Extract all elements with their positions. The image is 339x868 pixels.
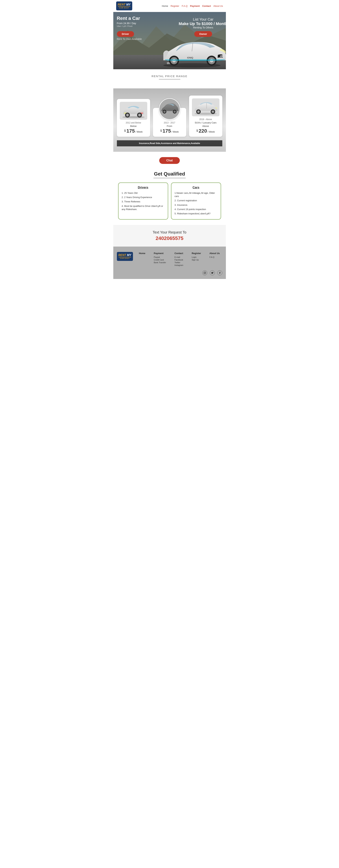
- car-item-3: 3. Insurance.: [175, 204, 217, 207]
- footer-col-register: Register Login Sign Up: [192, 252, 201, 267]
- svg-point-25: [138, 114, 140, 116]
- hero-car-image: H IONIQ: [155, 30, 226, 69]
- driver-item-4: 4. Must be qualified to Drive Uber/Lyft …: [122, 205, 165, 211]
- navbar: RENT MY CAR EASY Home Register F.A.Q Pay…: [113, 0, 226, 12]
- driver-item-1: 1. 25 Years Old: [122, 191, 165, 195]
- logo-box: RENT MY CAR EASY: [116, 1, 132, 10]
- footer-logo: RENT MY CAR EASY: [117, 252, 133, 267]
- footer-login[interactable]: Login: [192, 256, 201, 258]
- nav-contact[interactable]: Contact: [202, 5, 211, 7]
- price-card-3: 2018 - Above SUVs / Luxuary Cars Above $…: [189, 96, 222, 137]
- footer-facebook[interactable]: Facebook: [174, 259, 183, 261]
- footer-col-contact: Contact E-mail Facebook Twitter Instagra…: [174, 252, 183, 267]
- hero-section: Rent a Car From 24.99 / Day Uber / Lyft …: [113, 12, 226, 69]
- footer-credit[interactable]: Credit Card: [154, 259, 166, 261]
- price-amount-3: 220: [199, 128, 207, 134]
- logo: RENT MY CAR EASY: [116, 1, 132, 10]
- qualified-section: Get Qualified Drivers 1. 25 Years Old 2.…: [113, 169, 226, 225]
- driver-item-2: 2. 2 Years Driving Experience: [122, 196, 165, 199]
- footer-col-payment: Payment Paypal Credit Card Bank Transfer: [154, 252, 166, 267]
- footer-paypal[interactable]: Paypal: [154, 256, 166, 258]
- svg-point-39: [212, 111, 213, 112]
- footer-bank[interactable]: Bank Transfer: [154, 261, 166, 264]
- card-price-2: $ 175 / Week: [156, 128, 183, 134]
- footer-col-about: About Us F.A.Q: [209, 252, 220, 267]
- car-item-1: 1.Newer cars,All mileage,All age, Older …: [175, 191, 217, 198]
- dollar-sign-1: $: [124, 129, 126, 132]
- price-card-2: 2013 - 2017 From $ 175 / Week: [153, 108, 186, 137]
- footer-logo-box: RENT MY CAR EASY: [117, 252, 133, 261]
- footer-instagram[interactable]: Instagram: [174, 264, 183, 266]
- price-card-1: 2012 and Below Below $ 175 / Week: [117, 99, 150, 137]
- rental-heading-section: RENTAL PRICE RANGE: [113, 69, 226, 88]
- rental-title-underline: [159, 79, 180, 80]
- svg-text:IONIQ: IONIQ: [187, 57, 193, 59]
- nav-about[interactable]: About Us: [213, 5, 223, 7]
- price-amount-2: 175: [163, 128, 171, 134]
- driver-item-3: 3. Three Referees: [122, 200, 165, 203]
- footer-col-payment-heading: Payment: [154, 252, 166, 255]
- car-back-svg: [120, 103, 147, 119]
- drivers-list: 1. 25 Years Old 2. 2 Years Driving Exper…: [122, 191, 165, 211]
- chat-section: Chat: [113, 152, 226, 169]
- nav-links: Home Register F.A.Q Payment Contact Abou…: [162, 5, 223, 7]
- hero-price: From 24.99 / Day: [117, 22, 156, 25]
- qualified-title: Get Qualified: [117, 171, 222, 177]
- dollar-sign-3: $: [196, 129, 198, 132]
- footer-logo-rent: RENT: [118, 253, 126, 257]
- footer-signup[interactable]: Sign Up: [192, 259, 201, 261]
- price-unit-1: / Week: [135, 130, 143, 133]
- card-label-3b: Above: [192, 125, 219, 127]
- footer-logo-my: MY: [126, 253, 131, 257]
- twitter-icon[interactable]: [210, 270, 215, 275]
- rent-to-own-text: Rent To Own Available: [117, 38, 156, 40]
- card-price-3: $ 220 / Week: [192, 128, 219, 134]
- footer-twitter[interactable]: Twitter: [174, 261, 183, 264]
- insurance-text: Insurance,Road Side,Assistance and Maint…: [139, 142, 200, 145]
- instagram-icon[interactable]: [202, 270, 207, 275]
- hero-services: Uber / Lyft / Privet: [117, 25, 156, 27]
- chat-button[interactable]: Chat: [159, 157, 180, 164]
- footer-faq[interactable]: F.A.Q: [209, 256, 220, 258]
- car-item-5: 5. Rideshare inspection( uber/Lyft?: [175, 212, 217, 215]
- card-price-1: $ 175 / Week: [120, 128, 147, 134]
- phone-number: 2402065575: [117, 236, 222, 241]
- car-image-2: [159, 98, 180, 120]
- card-label-1: Below: [120, 125, 147, 127]
- card-label-3: SUVs / Luxuary Cars: [192, 121, 219, 124]
- cars-list: 1.Newer cars,All mileage,All age, Older …: [175, 191, 217, 215]
- nav-payment[interactable]: Payment: [190, 5, 200, 7]
- footer: RENT MY CAR EASY Home Payment Paypal Cre…: [113, 247, 226, 279]
- price-amount-1: 175: [126, 128, 135, 134]
- card-label-2: From: [156, 125, 183, 127]
- car-mid-svg: [160, 98, 180, 120]
- hero-earnings: Make Up To $1000 / Month: [179, 22, 226, 26]
- driver-button[interactable]: Driver: [117, 31, 134, 37]
- svg-point-28: [163, 111, 166, 113]
- car-item-4: 4. Current 19 points inspection: [175, 208, 217, 211]
- qualified-underline: [154, 178, 186, 178]
- footer-col-home-heading: Home: [139, 252, 145, 255]
- car-suv-svg: [192, 99, 219, 116]
- price-unit-2: / Week: [172, 130, 179, 133]
- car-image-3: [192, 98, 219, 116]
- nav-home[interactable]: Home: [162, 5, 168, 7]
- price-unit-3: / Week: [208, 130, 215, 133]
- car-image-1: [120, 102, 147, 120]
- rental-title: RENTAL PRICE RANGE: [117, 74, 222, 78]
- card-year-1: 2012 and Below: [120, 122, 147, 124]
- drivers-title: Drivers: [122, 186, 165, 189]
- footer-email[interactable]: E-mail: [174, 256, 183, 258]
- card-year-2: 2013 - 2017: [156, 122, 183, 124]
- hero-renting-text: Renting To Others: [179, 26, 226, 29]
- facebook-icon[interactable]: [217, 270, 222, 275]
- footer-logo-divider: [118, 257, 131, 257]
- nav-register[interactable]: Register: [170, 5, 179, 7]
- hero-heading: Rent a Car: [117, 16, 156, 21]
- insurance-bar: Insurance,Road Side,Assistance and Maint…: [117, 140, 222, 146]
- footer-social: [117, 270, 222, 275]
- cars-title: Cars: [175, 186, 217, 189]
- svg-rect-40: [204, 272, 206, 274]
- nav-faq[interactable]: F.A.Q: [182, 5, 188, 7]
- qualify-cards: Drivers 1. 25 Years Old 2. 2 Years Drivi…: [117, 183, 222, 220]
